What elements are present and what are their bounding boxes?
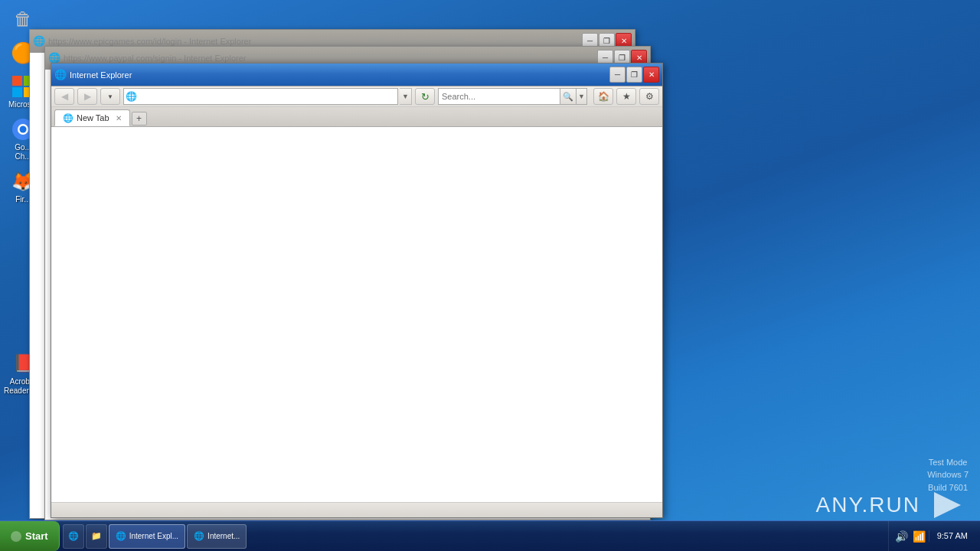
minimize-btn-ie[interactable]: ─ [609, 67, 626, 83]
ie-icon-main: 🌐 [54, 69, 67, 81]
start-orb-icon [11, 531, 21, 542]
clock-time: 9:57 AM [937, 530, 968, 542]
close-btn-ie[interactable]: ✕ [643, 67, 659, 83]
restore-btn-ie[interactable]: ❐ [626, 67, 642, 83]
tray-sound-icon[interactable]: 🔊 [893, 529, 910, 544]
ie-icon-epic: 🌐 [33, 35, 45, 47]
taskbar-items: 🌐 📁 🌐 Internet Expl... 🌐 Internet... [60, 521, 888, 551]
address-dropdown-btn[interactable]: ▼ [400, 88, 412, 105]
firefox-label: Fir... [15, 195, 30, 204]
forward-btn[interactable]: ▶ [77, 88, 97, 105]
desktop: 🗑 🟠 Micros... [0, 0, 980, 551]
taskbar-ie-icon[interactable]: 🌐 [63, 524, 84, 549]
address-input[interactable] [123, 88, 398, 105]
search-btn[interactable]: 🔍 [560, 88, 577, 105]
taskbar-ie-browser-icon: 🌐 [68, 531, 79, 541]
address-ie-icon: 🌐 [126, 91, 137, 102]
testmode-line1: Test Mode [927, 456, 969, 469]
search-dropdown-btn[interactable]: ▼ [577, 88, 587, 105]
testmode-label: Test Mode Windows 7 Build 7601 [927, 456, 969, 494]
taskbar-task2-icon: 🌐 [194, 531, 204, 541]
start-label: Start [25, 530, 48, 542]
tab-close-btn[interactable]: ✕ [116, 114, 122, 122]
taskbar-task1[interactable]: 🌐 Internet Expl... [109, 524, 185, 549]
taskbar-folder-btn-icon: 📁 [91, 531, 102, 541]
title-text-epic: https://www.epicgames.com/id/login - Int… [48, 37, 582, 46]
tools-btn[interactable]: ⚙ [639, 88, 659, 105]
taskbar-task2-label: Internet... [207, 532, 240, 540]
window-ie-blank: 🌐 Internet Explorer ─ ❐ ✕ ◀ ▶ ▼ 🌐 ▼ ↻ [51, 63, 663, 518]
home-btn[interactable]: 🏠 [593, 88, 613, 105]
svg-point-6 [20, 126, 27, 133]
tab-icon: 🌐 [63, 113, 74, 123]
refresh-btn[interactable]: ↻ [415, 88, 435, 105]
window-controls-ie: ─ ❐ ✕ [609, 67, 659, 83]
search-input[interactable] [438, 88, 560, 105]
start-button[interactable]: Start [0, 521, 60, 551]
recycle-bin-icon: 🗑 [11, 7, 35, 31]
taskbar-task2[interactable]: 🌐 Internet... [187, 524, 247, 549]
new-tab-btn[interactable]: + [132, 112, 147, 126]
nav-dropdown-btn[interactable]: ▼ [100, 88, 120, 105]
anyrun-brand-text: ANY.RUN [816, 493, 920, 517]
ie-tab-new[interactable]: 🌐 New Tab ✕ [54, 109, 130, 126]
system-tray: 🔊 📶 9:57 AM [888, 521, 980, 551]
titlebar-ie[interactable]: 🌐 Internet Explorer ─ ❐ ✕ [51, 64, 662, 86]
taskbar-folder-icon[interactable]: 📁 [86, 524, 107, 549]
ie-statusbar [51, 502, 662, 517]
address-bar-area: 🌐 ▼ [123, 88, 412, 105]
title-text-paypal: https://www.paypal.com/signin - Internet… [64, 54, 597, 63]
title-text-ie: Internet Explorer [70, 70, 609, 80]
taskbar-clock[interactable]: 9:57 AM [929, 530, 975, 542]
svg-point-8 [11, 531, 21, 542]
tray-network-icon[interactable]: 📶 [911, 529, 927, 544]
ie-page-content [51, 127, 662, 502]
tab-label: New Tab [77, 113, 109, 122]
back-btn[interactable]: ◀ [54, 88, 74, 105]
ie-tabs-bar: 🌐 New Tab ✕ + [51, 107, 662, 127]
testmode-line2: Windows 7 [927, 468, 969, 481]
svg-rect-0 [12, 76, 22, 86]
svg-marker-7 [934, 492, 961, 518]
search-bar-container: 🔍 ▼ [438, 88, 587, 105]
taskbar-task1-icon: 🌐 [116, 531, 126, 541]
svg-rect-2 [12, 87, 22, 97]
address-input-wrapper: 🌐 [123, 88, 398, 105]
favorites-btn[interactable]: ★ [616, 88, 636, 105]
testmode-line3: Build 7601 [927, 481, 969, 494]
ie-nav-toolbar: ◀ ▶ ▼ 🌐 ▼ ↻ 🔍 ▼ 🏠 ★ ⚙ [51, 86, 662, 107]
taskbar: Start 🌐 📁 🌐 Internet Expl... 🌐 Internet.… [0, 520, 980, 551]
taskbar-task1-label: Internet Expl... [129, 532, 178, 540]
